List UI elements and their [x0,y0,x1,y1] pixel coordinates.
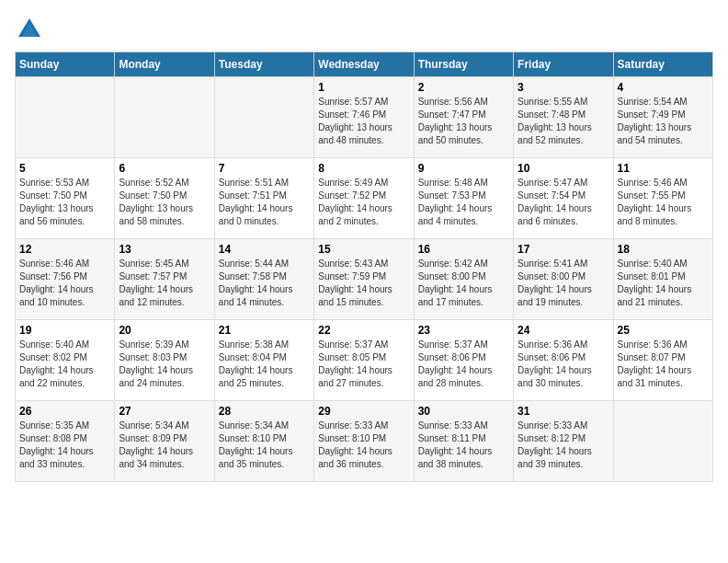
day-info: Sunrise: 5:45 AM Sunset: 7:57 PM Dayligh… [119,258,210,309]
day-number: 13 [119,243,210,256]
calendar-cell: 1Sunrise: 5:57 AM Sunset: 7:46 PM Daylig… [314,77,414,158]
calendar-cell: 9Sunrise: 5:48 AM Sunset: 7:53 PM Daylig… [414,158,513,239]
calendar-cell: 26Sunrise: 5:35 AM Sunset: 8:08 PM Dayli… [16,401,115,482]
calendar-cell: 14Sunrise: 5:44 AM Sunset: 7:58 PM Dayli… [214,239,313,320]
day-info: Sunrise: 5:39 AM Sunset: 8:03 PM Dayligh… [119,339,210,390]
day-number: 8 [318,162,409,175]
day-info: Sunrise: 5:40 AM Sunset: 8:01 PM Dayligh… [618,258,709,309]
calendar-week-2: 5Sunrise: 5:53 AM Sunset: 7:50 PM Daylig… [16,158,713,239]
calendar-cell: 24Sunrise: 5:36 AM Sunset: 8:06 PM Dayli… [514,320,613,401]
day-info: Sunrise: 5:49 AM Sunset: 7:52 PM Dayligh… [318,177,409,228]
weekday-header-thursday: Thursday [414,52,513,77]
calendar-cell: 21Sunrise: 5:38 AM Sunset: 8:04 PM Dayli… [214,320,313,401]
day-number: 6 [119,162,210,175]
day-number: 27 [119,405,210,418]
calendar-cell: 20Sunrise: 5:39 AM Sunset: 8:03 PM Dayli… [115,320,214,401]
calendar-cell: 15Sunrise: 5:43 AM Sunset: 7:59 PM Dayli… [314,239,414,320]
day-info: Sunrise: 5:48 AM Sunset: 7:53 PM Dayligh… [418,177,509,228]
calendar-week-5: 26Sunrise: 5:35 AM Sunset: 8:08 PM Dayli… [16,401,713,482]
day-info: Sunrise: 5:57 AM Sunset: 7:46 PM Dayligh… [318,96,409,147]
day-number: 31 [518,405,609,418]
weekday-header-saturday: Saturday [613,52,712,77]
day-number: 2 [418,81,509,94]
day-info: Sunrise: 5:37 AM Sunset: 8:06 PM Dayligh… [418,339,509,390]
day-info: Sunrise: 5:34 AM Sunset: 8:10 PM Dayligh… [219,419,310,471]
calendar-cell: 5Sunrise: 5:53 AM Sunset: 7:50 PM Daylig… [16,158,115,239]
calendar-week-1: 1Sunrise: 5:57 AM Sunset: 7:46 PM Daylig… [16,77,713,158]
calendar-cell: 13Sunrise: 5:45 AM Sunset: 7:57 PM Dayli… [115,239,214,320]
day-info: Sunrise: 5:43 AM Sunset: 7:59 PM Dayligh… [318,258,409,309]
day-info: Sunrise: 5:36 AM Sunset: 8:06 PM Dayligh… [518,339,609,390]
weekday-header-friday: Friday [514,52,613,77]
day-info: Sunrise: 5:47 AM Sunset: 7:54 PM Dayligh… [518,177,609,228]
day-number: 16 [418,243,509,256]
day-number: 19 [19,324,110,337]
day-number: 25 [618,324,709,337]
calendar-cell [115,77,214,158]
day-number: 17 [518,243,609,256]
day-number: 30 [418,405,509,418]
calendar-week-4: 19Sunrise: 5:40 AM Sunset: 8:02 PM Dayli… [16,320,713,401]
day-info: Sunrise: 5:46 AM Sunset: 7:56 PM Dayligh… [19,258,110,309]
calendar-cell: 31Sunrise: 5:33 AM Sunset: 8:12 PM Dayli… [514,401,613,482]
logo-icon [15,15,44,44]
day-info: Sunrise: 5:34 AM Sunset: 8:09 PM Dayligh… [119,419,210,471]
day-info: Sunrise: 5:33 AM Sunset: 8:10 PM Dayligh… [318,419,409,471]
day-number: 10 [518,162,609,175]
calendar-cell: 8Sunrise: 5:49 AM Sunset: 7:52 PM Daylig… [314,158,414,239]
calendar-cell: 2Sunrise: 5:56 AM Sunset: 7:47 PM Daylig… [414,77,513,158]
day-number: 14 [219,243,310,256]
day-number: 12 [19,243,110,256]
calendar-cell [16,77,115,158]
day-number: 26 [19,405,110,418]
page-header [15,15,713,44]
day-info: Sunrise: 5:33 AM Sunset: 8:12 PM Dayligh… [518,419,609,471]
day-info: Sunrise: 5:41 AM Sunset: 8:00 PM Dayligh… [518,258,609,309]
day-info: Sunrise: 5:35 AM Sunset: 8:08 PM Dayligh… [19,419,110,471]
calendar-cell: 17Sunrise: 5:41 AM Sunset: 8:00 PM Dayli… [514,239,613,320]
calendar-cell: 18Sunrise: 5:40 AM Sunset: 8:01 PM Dayli… [613,239,712,320]
calendar-cell: 6Sunrise: 5:52 AM Sunset: 7:50 PM Daylig… [115,158,214,239]
weekday-header-sunday: Sunday [16,52,115,77]
day-number: 1 [318,81,409,94]
calendar-cell: 4Sunrise: 5:54 AM Sunset: 7:49 PM Daylig… [613,77,712,158]
day-info: Sunrise: 5:40 AM Sunset: 8:02 PM Dayligh… [19,339,110,390]
day-info: Sunrise: 5:44 AM Sunset: 7:58 PM Dayligh… [219,258,310,309]
calendar-cell: 29Sunrise: 5:33 AM Sunset: 8:10 PM Dayli… [314,401,414,482]
day-number: 7 [219,162,310,175]
calendar-week-3: 12Sunrise: 5:46 AM Sunset: 7:56 PM Dayli… [16,239,713,320]
day-number: 23 [418,324,509,337]
weekday-header-tuesday: Tuesday [214,52,313,77]
calendar-cell [214,77,313,158]
day-info: Sunrise: 5:38 AM Sunset: 8:04 PM Dayligh… [219,339,310,390]
calendar-cell: 22Sunrise: 5:37 AM Sunset: 8:05 PM Dayli… [314,320,414,401]
day-info: Sunrise: 5:33 AM Sunset: 8:11 PM Dayligh… [418,419,509,471]
day-info: Sunrise: 5:51 AM Sunset: 7:51 PM Dayligh… [219,177,310,228]
calendar-cell: 30Sunrise: 5:33 AM Sunset: 8:11 PM Dayli… [414,401,513,482]
day-number: 11 [618,162,709,175]
calendar-cell: 12Sunrise: 5:46 AM Sunset: 7:56 PM Dayli… [16,239,115,320]
day-number: 4 [618,81,709,94]
weekday-header-monday: Monday [115,52,214,77]
day-info: Sunrise: 5:54 AM Sunset: 7:49 PM Dayligh… [618,96,709,147]
day-number: 9 [418,162,509,175]
logo [15,15,48,44]
day-number: 24 [518,324,609,337]
day-number: 28 [219,405,310,418]
day-info: Sunrise: 5:52 AM Sunset: 7:50 PM Dayligh… [119,177,210,228]
day-number: 29 [318,405,409,418]
day-info: Sunrise: 5:37 AM Sunset: 8:05 PM Dayligh… [318,339,409,390]
day-info: Sunrise: 5:42 AM Sunset: 8:00 PM Dayligh… [418,258,509,309]
calendar-cell: 25Sunrise: 5:36 AM Sunset: 8:07 PM Dayli… [613,320,712,401]
day-number: 18 [618,243,709,256]
calendar-cell [613,401,712,482]
weekday-header-wednesday: Wednesday [314,52,414,77]
calendar-cell: 23Sunrise: 5:37 AM Sunset: 8:06 PM Dayli… [414,320,513,401]
day-info: Sunrise: 5:36 AM Sunset: 8:07 PM Dayligh… [618,339,709,390]
day-number: 15 [318,243,409,256]
calendar-cell: 27Sunrise: 5:34 AM Sunset: 8:09 PM Dayli… [115,401,214,482]
calendar-cell: 19Sunrise: 5:40 AM Sunset: 8:02 PM Dayli… [16,320,115,401]
calendar-table: SundayMondayTuesdayWednesdayThursdayFrid… [15,52,713,482]
calendar-cell: 7Sunrise: 5:51 AM Sunset: 7:51 PM Daylig… [214,158,313,239]
day-number: 20 [119,324,210,337]
